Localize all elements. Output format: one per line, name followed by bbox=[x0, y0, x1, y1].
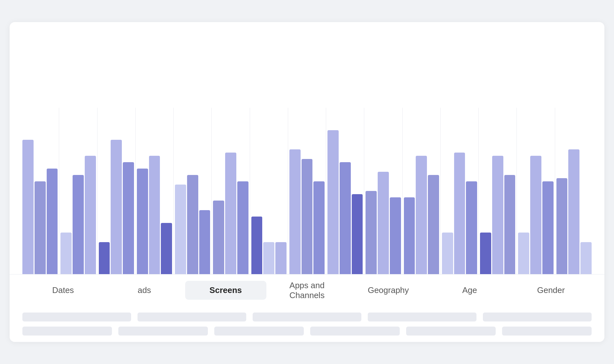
bar-10-0 bbox=[404, 197, 415, 274]
chart-separator bbox=[97, 108, 98, 274]
bar-chart bbox=[22, 108, 592, 274]
bar-group bbox=[556, 149, 592, 274]
bar-12-1 bbox=[492, 156, 503, 274]
bar-6-1 bbox=[263, 242, 274, 274]
bar-14-2 bbox=[580, 242, 592, 274]
placeholder-row-1 bbox=[22, 313, 592, 321]
bar-9-1 bbox=[378, 172, 389, 274]
bar-group bbox=[366, 172, 401, 274]
placeholder-4 bbox=[368, 313, 476, 321]
placeholder-3 bbox=[253, 313, 361, 321]
chart-separator bbox=[478, 108, 479, 274]
placeholder-5 bbox=[483, 313, 592, 321]
bar-0-1 bbox=[35, 181, 46, 274]
placeholder-11 bbox=[502, 327, 592, 336]
bar-0-2 bbox=[47, 169, 58, 274]
chart-separator bbox=[402, 108, 403, 274]
bar-10-1 bbox=[416, 156, 427, 274]
bottom-placeholders bbox=[10, 306, 604, 342]
chart-area bbox=[10, 22, 604, 274]
bar-10-2 bbox=[428, 175, 439, 274]
bar-1-2 bbox=[85, 156, 96, 274]
chart-separator bbox=[135, 108, 136, 274]
placeholder-6 bbox=[22, 327, 112, 336]
bar-5-2 bbox=[237, 181, 248, 274]
main-card: DatesadsScreensApps and ChannelsGeograph… bbox=[10, 22, 604, 342]
chart-separator bbox=[516, 108, 517, 274]
placeholder-9 bbox=[310, 327, 400, 336]
tab-geography[interactable]: Geography bbox=[348, 281, 429, 300]
placeholder-7 bbox=[118, 327, 208, 336]
tab-gender[interactable]: Gender bbox=[510, 281, 592, 300]
bar-5-1 bbox=[225, 153, 236, 274]
bar-8-2 bbox=[352, 194, 363, 274]
bar-group bbox=[518, 156, 553, 274]
bar-3-0 bbox=[137, 169, 148, 274]
bar-2-1 bbox=[111, 140, 122, 274]
bar-4-2 bbox=[199, 210, 210, 274]
bar-group bbox=[289, 149, 325, 274]
bar-11-2 bbox=[466, 181, 477, 274]
tabs-area: DatesadsScreensApps and ChannelsGeograph… bbox=[10, 274, 604, 306]
chart-separator bbox=[555, 108, 555, 274]
bar-group bbox=[99, 140, 134, 274]
bar-group bbox=[404, 156, 439, 274]
bar-8-1 bbox=[340, 162, 351, 274]
bar-2-2 bbox=[123, 162, 134, 274]
placeholder-row-2 bbox=[22, 327, 592, 336]
chart-separator bbox=[211, 108, 212, 274]
bar-0-0 bbox=[22, 140, 34, 274]
bar-4-0 bbox=[175, 185, 186, 274]
tab-age[interactable]: Age bbox=[429, 281, 510, 300]
bar-1-0 bbox=[60, 233, 72, 274]
chart-separator bbox=[440, 108, 441, 274]
bar-6-2 bbox=[275, 242, 287, 274]
bar-group bbox=[213, 153, 248, 274]
bar-6-0 bbox=[251, 217, 263, 274]
bar-group bbox=[60, 156, 96, 274]
bar-11-1 bbox=[454, 153, 465, 274]
bar-9-0 bbox=[366, 191, 377, 274]
bar-12-0 bbox=[480, 233, 491, 274]
chart-separator bbox=[326, 108, 326, 274]
chart-separator bbox=[364, 108, 364, 274]
bar-group bbox=[137, 156, 172, 274]
bar-group bbox=[480, 156, 515, 274]
bar-12-2 bbox=[504, 175, 516, 274]
bar-7-0 bbox=[289, 149, 301, 274]
bar-14-0 bbox=[556, 178, 568, 274]
placeholder-1 bbox=[22, 313, 131, 321]
chart-separator bbox=[59, 108, 59, 274]
bar-group bbox=[442, 153, 477, 274]
bar-13-0 bbox=[518, 233, 529, 274]
bar-2-0 bbox=[99, 242, 110, 274]
placeholder-8 bbox=[214, 327, 304, 336]
chart-separator bbox=[173, 108, 174, 274]
bar-group bbox=[175, 175, 210, 274]
chart-separator bbox=[288, 108, 288, 274]
bar-1-1 bbox=[73, 175, 84, 274]
bar-13-2 bbox=[542, 181, 554, 274]
bar-14-1 bbox=[568, 149, 579, 274]
bar-13-1 bbox=[530, 156, 541, 274]
bar-9-2 bbox=[390, 197, 401, 274]
bar-group bbox=[327, 130, 363, 274]
bar-group bbox=[22, 140, 58, 274]
bar-group bbox=[251, 217, 287, 274]
tab-ads[interactable]: ads bbox=[104, 281, 185, 300]
placeholder-10 bbox=[406, 327, 496, 336]
bar-3-2 bbox=[161, 223, 172, 274]
bar-8-0 bbox=[327, 130, 339, 274]
bar-4-1 bbox=[187, 175, 198, 274]
tab-dates[interactable]: Dates bbox=[22, 281, 104, 300]
chart-separator bbox=[250, 108, 250, 274]
bar-5-0 bbox=[213, 201, 224, 274]
placeholder-2 bbox=[138, 313, 246, 321]
bar-7-1 bbox=[302, 159, 313, 274]
bar-11-0 bbox=[442, 233, 453, 274]
tab-screens[interactable]: Screens bbox=[185, 281, 266, 300]
bar-3-1 bbox=[149, 156, 160, 274]
bar-7-2 bbox=[313, 181, 325, 274]
tab-apps-channels[interactable]: Apps and Channels bbox=[266, 276, 348, 305]
